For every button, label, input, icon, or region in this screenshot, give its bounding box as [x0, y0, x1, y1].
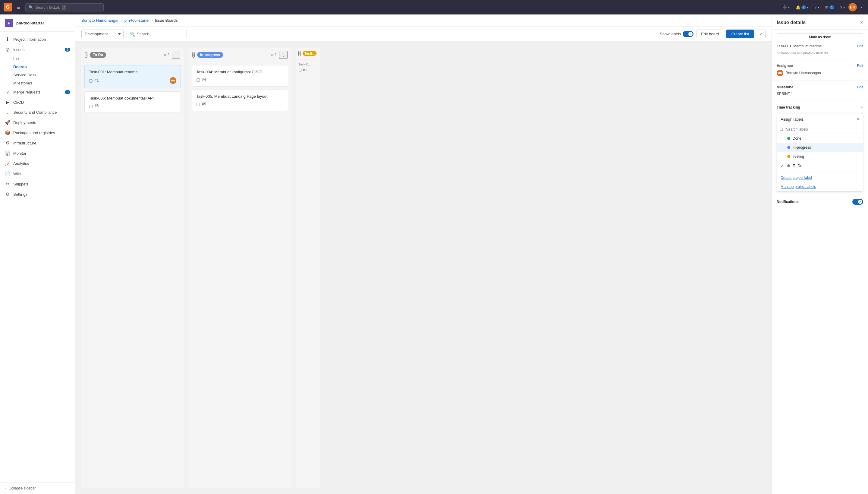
column-todo: ‹ To-Do ⧉ 2 ⋮ Task-001: Membuat readme ▢… [81, 48, 184, 488]
show-labels-toggle[interactable]: ✓ [683, 31, 693, 37]
column-collapse-btn[interactable]: ‹ [192, 52, 195, 58]
hamburger-menu[interactable]: ☰ [15, 3, 23, 12]
todos-button[interactable]: ✉ 1 [823, 3, 837, 12]
card-task-004[interactable]: Task-004: Membuat konfigurasi CI/CD ▢ #4 [192, 65, 288, 87]
label-item-todo[interactable]: ✓ To-Do [777, 161, 863, 170]
assign-labels-header: Assign labels × [777, 113, 863, 125]
issues-subnav: List Boards Service Desk Milestones [0, 55, 75, 87]
sidebar-item-security[interactable]: 🛡 Security and Compliance [0, 107, 75, 117]
edit-board-button[interactable]: Edit board [696, 30, 723, 38]
column-inprogress: ‹ In-progress ⧉ 2 ⋮ Task-004: Membuat ko… [189, 48, 291, 488]
create-list-button[interactable]: Create list [726, 30, 754, 38]
milestone-content: Milestone SPRINT-1 [777, 85, 793, 96]
sidebar-item-settings[interactable]: ⚙ Settings [0, 189, 75, 200]
card-issue-num: #5 [202, 102, 206, 106]
sidebar-sub-boards[interactable]: Boards [13, 63, 75, 71]
board-toolbar: Development 🔍 Show labels ✓ Edit board C… [75, 26, 772, 42]
help-button[interactable]: ? ▾ [838, 3, 847, 12]
panel-close-button[interactable]: × [860, 19, 863, 26]
sidebar-item-label: Merge requests [13, 90, 40, 94]
sidebar-item-wiki[interactable]: 📄 Wiki [0, 169, 75, 179]
expand-button[interactable]: ⤢ [757, 30, 766, 38]
sidebar-item-deployments[interactable]: 🚀 Deployments [0, 117, 75, 128]
sidebar-sub-milestones[interactable]: Milestones [13, 79, 75, 87]
search-icon: 🔍 [130, 32, 135, 37]
partial-card[interactable]: Task-0... ▢ #3 [296, 59, 320, 75]
label-dot-todo [787, 164, 790, 167]
issue-details-panel: Issue details × Mark as done Task-001: M… [772, 15, 868, 494]
sidebar-sub-service-desk[interactable]: Service Desk [13, 71, 75, 79]
panel-title: Issue details [777, 20, 806, 25]
card-footer: ▢ #1 BH [89, 77, 176, 84]
time-tracking-add[interactable]: + [861, 104, 863, 110]
show-labels-wrap: Show labels ✓ [660, 31, 693, 37]
card-task-006[interactable]: Task-006: Membuat dokumentasi APi ▢ #6 [84, 91, 181, 113]
sidebar-item-issues[interactable]: ◎ Issues 6 [0, 44, 75, 55]
panel-task-ref: Task-001: Membuat readme Edit [772, 41, 868, 51]
label-item-inprogress[interactable]: In-progress [777, 143, 863, 152]
sidebar-item-ci-cd[interactable]: ▶ CI/CD [0, 97, 75, 107]
notifications-button[interactable]: 🔔 2 ▾ [793, 3, 811, 12]
sidebar-project[interactable]: P pm-tool-starter [0, 15, 75, 32]
project-name: pm-tool-starter [16, 21, 44, 25]
label-done-name: Done [793, 136, 802, 140]
column-todo-count: 2 [167, 53, 170, 57]
collapse-label: Collapse sidebar [9, 486, 36, 490]
sidebar-item-packages[interactable]: 📦 Packages and registries [0, 128, 75, 138]
breadcrumb-sep-2: › [152, 18, 153, 23]
column-inprogress-menu[interactable]: ⋮ [279, 51, 288, 59]
card-task-001[interactable]: Task-001: Membuat readme ▢ #1 BH [84, 65, 181, 88]
breadcrumb-project[interactable]: pm-tool-starter [124, 18, 150, 23]
wiki-icon: 📄 [5, 171, 10, 176]
assignee-name: Bornyto Hamonangan [786, 71, 821, 75]
sidebar-item-monitor[interactable]: 📊 Monitor [0, 148, 75, 158]
user-menu-chevron[interactable]: ▾ [858, 4, 864, 11]
card-issue-num: #1 [95, 78, 99, 83]
collapse-sidebar[interactable]: « Collapse sidebar [0, 482, 75, 494]
sidebar-item-analytics[interactable]: 📈 Analytics [0, 158, 75, 169]
sidebar-item-snippets[interactable]: ✂ Snippets [0, 179, 75, 189]
breadcrumb-user[interactable]: Bornyto Hamonangan [81, 18, 119, 23]
user-avatar[interactable]: BH [848, 3, 857, 12]
merge-requests-nav-button[interactable]: ⑂ ▾ [812, 3, 822, 12]
notifications-toggle[interactable]: ✓ [852, 199, 863, 205]
breadcrumb-current: Issue Boards [155, 18, 178, 23]
create-project-label[interactable]: Create project label [777, 173, 863, 182]
column-collapse-btn[interactable]: ‹ [298, 51, 301, 56]
milestone-edit-link[interactable]: Edit [857, 85, 863, 89]
label-item-testing[interactable]: Testing [777, 152, 863, 161]
global-search[interactable]: 🔍 Search GitLab / [25, 3, 104, 12]
assign-labels-close-button[interactable]: × [856, 116, 859, 122]
sidebar-item-infrastructure[interactable]: ⚙ Infrastructure [0, 138, 75, 148]
cicd-icon: ▶ [5, 99, 10, 105]
card-task-005[interactable]: Task-005: Membuat Landing Page layout ▢ … [192, 90, 288, 111]
label-item-done[interactable]: Done [777, 134, 863, 143]
partial-card-footer: ▢ #3 [298, 68, 318, 72]
milestone-value: SPRINT-1 [777, 92, 793, 96]
sidebar-item-merge-requests[interactable]: ⑂ Merge requests 0 [0, 87, 75, 97]
column-collapse-btn[interactable]: ‹ [85, 52, 87, 58]
sidebar-item-label: Issues [13, 48, 25, 52]
assign-labels-title: Assign labels [781, 117, 804, 121]
assignee-edit-link[interactable]: Edit [857, 64, 863, 68]
create-button[interactable]: ➕ ▾ [780, 3, 792, 12]
manage-project-labels[interactable]: Manage project labels [777, 182, 863, 191]
issues-badge: 6 [65, 48, 70, 52]
mark-done-button[interactable]: Mark as done [777, 33, 863, 41]
labels-search-input[interactable] [777, 125, 863, 134]
panel-task-edit[interactable]: Edit [857, 44, 863, 48]
sidebar-sub-list[interactable]: List [13, 55, 75, 63]
checkmark-todo-icon: ✓ [781, 164, 785, 168]
board-search-input[interactable] [137, 32, 183, 36]
panel-task-link[interactable]: hamonangan.nito/pm-tool-starter#1 [772, 51, 868, 58]
card-footer: ▢ #6 [89, 103, 176, 108]
panel-milestone-section: Milestone SPRINT-1 Edit [772, 82, 868, 99]
issue-icon: ▢ [196, 102, 200, 107]
partial-header: ‹ Testi... [296, 48, 320, 59]
toggle-knob: ✓ [688, 32, 693, 36]
column-todo-menu[interactable]: ⋮ [172, 51, 180, 59]
board-select[interactable]: Development [81, 30, 123, 38]
gitlab-logo[interactable]: G [4, 3, 12, 12]
sidebar-item-project-information[interactable]: ℹ Project information [0, 34, 75, 44]
copy-icon: ⧉ [271, 53, 274, 57]
